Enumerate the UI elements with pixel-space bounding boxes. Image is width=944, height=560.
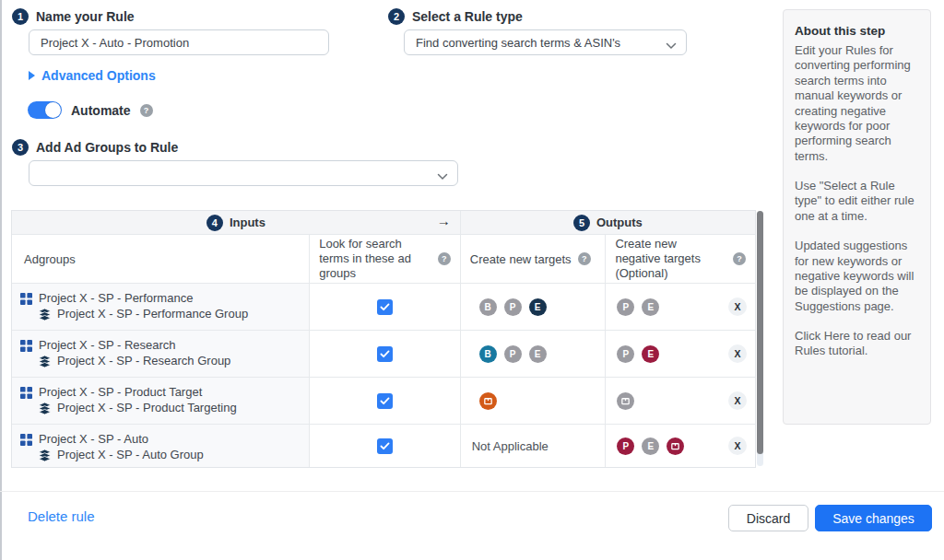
look-help-icon[interactable] <box>438 252 451 265</box>
chevron-down-icon <box>666 39 677 52</box>
adgroup-cell: Project X - SP - Auto Project X - SP - A… <box>12 425 309 467</box>
rule-type-select[interactable]: Find converting search terms & ASIN's <box>404 29 687 55</box>
about-paragraph: Edit your Rules for converting performin… <box>795 43 919 164</box>
product-box-badge-icon <box>479 392 497 410</box>
targets-cell: Not Applicable <box>460 425 606 467</box>
adgroup-name: Project X - SP - Research Group <box>57 354 230 368</box>
targets-help-icon[interactable] <box>578 252 591 265</box>
rule-type-value: Find converting search terms & ASIN's <box>416 36 620 50</box>
targets-cell: BPE <box>460 331 606 377</box>
step3-header: 3 Add Ad Groups to Rule <box>12 139 178 156</box>
adgroup-layers-icon <box>39 449 51 461</box>
look-checkbox[interactable] <box>377 299 393 315</box>
step2-number-badge: 2 <box>388 8 405 25</box>
e-badge: E <box>642 345 659 363</box>
table-row: Project X - SP - Auto Project X - SP - A… <box>12 424 755 467</box>
step5-number-badge: 5 <box>573 215 590 231</box>
adgroups-column-header: Adgroups <box>12 235 309 283</box>
product-box-badge-icon <box>667 438 684 455</box>
about-paragraph: Use "Select a Rule type" to edit either … <box>795 179 919 224</box>
campaign-name: Project X - SP - Auto <box>39 432 148 447</box>
automate-toggle[interactable] <box>28 101 62 119</box>
adgroup-cell: Project X - SP - Product Target Project … <box>12 378 309 424</box>
about-paragraph-tutorial-link[interactable]: Click Here to read our Rules tutorial. <box>795 329 919 359</box>
targets-column-header: Create new targets <box>460 235 606 283</box>
p-badge: P <box>504 345 522 363</box>
checkbox-check-icon <box>380 397 390 405</box>
adgroup-cell: Project X - SP - Performance Project X -… <box>12 284 309 330</box>
outputs-label: Outputs <box>596 216 643 229</box>
p-badge: P <box>617 438 634 455</box>
look-checkbox[interactable] <box>377 346 393 362</box>
table-scrollbar-thumb[interactable] <box>757 211 763 454</box>
chevron-down-icon <box>437 169 448 183</box>
negatives-cell: PEX <box>605 425 755 467</box>
campaign-name: Project X - SP - Product Target <box>39 385 202 400</box>
adgroup-cell: Project X - SP - Research Project X - SP… <box>12 331 309 377</box>
step3-label: Add Ad Groups to Rule <box>36 140 178 155</box>
e-badge: E <box>642 438 659 455</box>
campaign-grid-icon <box>20 387 32 399</box>
automate-help-icon[interactable] <box>140 104 153 117</box>
step1-header: 1 Name your Rule <box>12 8 135 25</box>
negatives-cell: PEX <box>605 331 755 377</box>
advanced-options-label: Advanced Options <box>41 68 156 83</box>
campaign-grid-icon <box>20 340 32 352</box>
box-glyph <box>620 396 631 406</box>
arrow-right-icon: → <box>437 213 451 228</box>
adgroup-layers-icon <box>39 309 51 321</box>
e-badge: E <box>529 345 547 363</box>
p-badge: P <box>617 298 634 316</box>
campaign-grid-icon <box>20 434 32 446</box>
adgroup-name: Project X - SP - Performance Group <box>57 307 248 321</box>
campaign-name: Project X - SP - Performance <box>39 291 193 306</box>
table-row: Project X - SP - Product Target Project … <box>12 377 755 424</box>
adgroups-table: 4 Inputs → 5 Outputs Adgroups Look for s… <box>11 210 756 468</box>
checkbox-check-icon <box>380 350 390 358</box>
box-glyph <box>483 396 493 406</box>
toggle-knob-icon <box>45 102 61 118</box>
remove-row-button[interactable]: X <box>728 344 747 363</box>
look-checkbox[interactable] <box>377 438 393 454</box>
checkbox-check-icon <box>380 442 390 450</box>
discard-button[interactable]: Discard <box>728 505 808 531</box>
table-row: Project X - SP - Research Project X - SP… <box>12 330 755 377</box>
step2-header: 2 Select a Rule type <box>388 8 523 25</box>
table-column-headers: Adgroups Look for search terms in these … <box>12 234 755 283</box>
look-checkbox[interactable] <box>377 393 393 409</box>
inputs-label: Inputs <box>230 216 266 229</box>
remove-row-button[interactable]: X <box>728 391 747 410</box>
e-badge: E <box>529 298 547 316</box>
targets-text: Not Applicable <box>472 439 549 453</box>
ad-groups-select[interactable] <box>29 160 458 186</box>
step1-number-badge: 1 <box>12 8 29 25</box>
save-changes-button[interactable]: Save changes <box>815 505 932 531</box>
targets-cell: BPE <box>460 284 606 330</box>
b-badge: B <box>479 345 497 363</box>
targets-cell <box>460 378 606 424</box>
inputs-section-header: 4 Inputs → <box>12 211 460 234</box>
remove-row-button[interactable]: X <box>728 437 747 455</box>
look-column-header: Look for search terms in these ad groups <box>309 235 460 283</box>
about-title: About this step <box>795 24 919 38</box>
advanced-options-link[interactable]: Advanced Options <box>29 68 156 83</box>
checkbox-check-icon <box>380 303 390 311</box>
automate-row: Automate <box>28 101 153 119</box>
step2-label: Select a Rule type <box>412 9 523 24</box>
negatives-help-icon[interactable] <box>733 252 746 265</box>
b-badge: B <box>479 298 497 316</box>
rule-name-input[interactable] <box>29 29 329 55</box>
table-section-header: 4 Inputs → 5 Outputs <box>12 211 755 234</box>
box-glyph <box>670 441 680 451</box>
footer-divider <box>0 491 944 492</box>
delete-rule-link[interactable]: Delete rule <box>28 508 95 524</box>
adgroup-name: Project X - SP - Product Targeting <box>57 401 237 415</box>
negatives-cell: X <box>605 378 755 424</box>
page-edge-divider <box>0 0 2 560</box>
e-badge: E <box>642 298 659 316</box>
remove-row-button[interactable]: X <box>728 298 747 316</box>
p-badge: P <box>504 298 522 316</box>
adgroup-name: Project X - SP - Auto Group <box>57 448 204 462</box>
adgroup-layers-icon <box>39 356 51 368</box>
p-badge: P <box>617 345 634 363</box>
